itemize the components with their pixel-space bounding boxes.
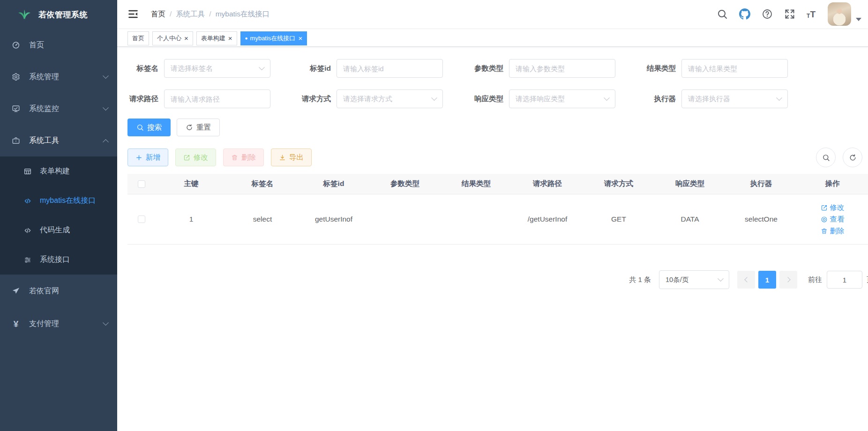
chevron-down-icon: [259, 64, 265, 70]
executor-select[interactable]: 请选择执行器: [681, 89, 788, 108]
prev-page-button[interactable]: [737, 271, 755, 289]
result-type-input[interactable]: [681, 59, 788, 78]
tab-home[interactable]: 首页: [127, 31, 149, 45]
field-label: 参数类型: [472, 64, 503, 74]
page-number-1[interactable]: 1: [758, 271, 776, 289]
edit-icon: [183, 154, 190, 161]
page-size-select[interactable]: 10条/页: [659, 270, 729, 289]
delete-button[interactable]: 删除: [223, 149, 264, 166]
tag-id-input[interactable]: [337, 59, 443, 78]
sidebar-item-label: 系统工具: [29, 136, 59, 146]
chevron-down-icon: [604, 95, 610, 101]
add-button[interactable]: 新增: [127, 149, 168, 166]
code-icon: [23, 197, 32, 205]
field-tag-name: 标签名 请选择标签名: [127, 59, 270, 78]
sidebar-item-system-api[interactable]: 系统接口: [0, 245, 117, 275]
table-toolbar: 新增 修改 删除 导出: [127, 148, 868, 167]
app-logo[interactable]: 若依管理系统: [0, 0, 117, 29]
sidebar-item-official-site[interactable]: 若依官网: [0, 275, 117, 307]
search-actions: 搜索 重置: [127, 119, 868, 136]
next-page-button[interactable]: [779, 271, 797, 289]
column-header: 主键: [156, 179, 227, 189]
close-icon[interactable]: ×: [298, 35, 302, 42]
toggle-search-button[interactable]: [816, 148, 836, 167]
sidebar-item-label: 支付管理: [29, 319, 59, 329]
search-icon[interactable]: [717, 8, 728, 20]
table-grid-icon: [23, 167, 32, 176]
edit-button[interactable]: 修改: [175, 149, 216, 166]
request-path-input[interactable]: [164, 89, 270, 108]
toolbox-icon: [12, 136, 20, 145]
export-button[interactable]: 导出: [271, 149, 312, 166]
field-response-type: 响应类型 请选择响应类型: [472, 89, 615, 108]
search-icon: [136, 124, 144, 131]
github-icon[interactable]: [739, 8, 750, 20]
row-edit-link[interactable]: 修改: [821, 203, 845, 213]
chevron-right-icon: [785, 277, 790, 282]
refresh-table-button[interactable]: [843, 148, 862, 167]
column-header: 执行器: [726, 179, 797, 189]
param-type-input[interactable]: [509, 59, 615, 78]
user-menu[interactable]: [828, 2, 861, 26]
chevron-down-icon: [431, 95, 437, 101]
fullscreen-icon[interactable]: [784, 8, 795, 20]
field-label: 结果类型: [645, 64, 676, 74]
chevron-down-icon: [718, 275, 724, 282]
sidebar-item-system-tools[interactable]: 系统工具: [0, 125, 117, 156]
response-type-select[interactable]: 请选择响应类型: [509, 89, 615, 108]
column-header: 结果类型: [441, 179, 512, 189]
sidebar-item-payment-manage[interactable]: ¥ 支付管理: [0, 307, 117, 340]
field-label: 标签id: [300, 64, 331, 74]
navbar-right-tools: TT: [705, 2, 861, 26]
sidebar-menu: 首页 系统管理 系统监控 系统工具 表单构建 mybatis在线接口: [0, 29, 117, 340]
page-content: 标签名 请选择标签名 标签id 参数类型 结果类型 请求路径: [117, 47, 868, 431]
font-size-icon[interactable]: TT: [807, 10, 816, 19]
sidebar-fold-icon[interactable]: [127, 8, 139, 20]
breadcrumb-system-tools[interactable]: 系统工具: [176, 9, 205, 19]
field-label: 标签名: [127, 64, 158, 74]
sidebar-item-code-generation[interactable]: 代码生成: [0, 216, 117, 245]
tag-name-select[interactable]: 请选择标签名: [164, 59, 270, 78]
sidebar-item-home[interactable]: 首页: [0, 29, 117, 61]
column-header: 请求方式: [583, 179, 654, 189]
close-icon[interactable]: ×: [184, 35, 188, 42]
cell-request-method: GET: [583, 215, 654, 223]
row-checkbox[interactable]: [138, 216, 145, 223]
field-param-type: 参数类型: [472, 59, 615, 78]
sliders-icon: [23, 256, 32, 264]
plus-icon: [135, 154, 142, 161]
row-view-link[interactable]: 查看: [821, 215, 845, 224]
tab-mybatis-online-api[interactable]: ● mybatis在线接口 ×: [240, 31, 307, 45]
sidebar-item-mybatis-online-api[interactable]: mybatis在线接口: [0, 186, 117, 216]
row-delete-link[interactable]: 删除: [821, 226, 845, 236]
main-area: 首页 / 系统工具 / mybatis在线接口 TT 首页 个人中心 ×: [117, 0, 868, 431]
chevron-up-icon: [104, 136, 108, 145]
sidebar-item-form-builder[interactable]: 表单构建: [0, 156, 117, 186]
sidebar-item-system-manage[interactable]: 系统管理: [0, 61, 117, 93]
request-method-select[interactable]: 请选择请求方式: [337, 89, 443, 108]
tab-form-builder[interactable]: 表单构建 ×: [196, 31, 237, 45]
sidebar-submenu-system-tools: 表单构建 mybatis在线接口 代码生成 系统接口: [0, 156, 117, 275]
breadcrumb: 首页 / 系统工具 / mybatis在线接口: [151, 9, 269, 19]
goto-label: 前往: [808, 275, 822, 284]
pagination: 共 1 条 10条/页 1 前往 页: [629, 270, 868, 289]
sidebar-item-label: mybatis在线接口: [40, 196, 96, 206]
tab-profile[interactable]: 个人中心 ×: [152, 31, 193, 45]
help-icon[interactable]: [762, 8, 773, 20]
goto-page-input[interactable]: [827, 271, 862, 289]
download-icon: [279, 154, 286, 161]
sidebar-item-system-monitor[interactable]: 系统监控: [0, 93, 117, 125]
breadcrumb-home[interactable]: 首页: [151, 9, 165, 19]
cell-tag-name: select: [227, 215, 298, 223]
avatar[interactable]: [828, 2, 851, 26]
chevron-down-icon: [776, 95, 782, 101]
reset-button[interactable]: 重置: [177, 119, 220, 136]
pagination-area: 共 1 条 10条/页 1 前往 页: [127, 270, 868, 290]
cell-request-path: /getUserInof: [512, 215, 583, 223]
header-checkbox-cell: [127, 180, 156, 188]
search-button[interactable]: 搜索: [127, 119, 171, 136]
field-label: 执行器: [645, 94, 676, 104]
select-all-checkbox[interactable]: [138, 180, 145, 188]
close-icon[interactable]: ×: [228, 35, 232, 42]
field-label: 请求路径: [127, 94, 158, 104]
